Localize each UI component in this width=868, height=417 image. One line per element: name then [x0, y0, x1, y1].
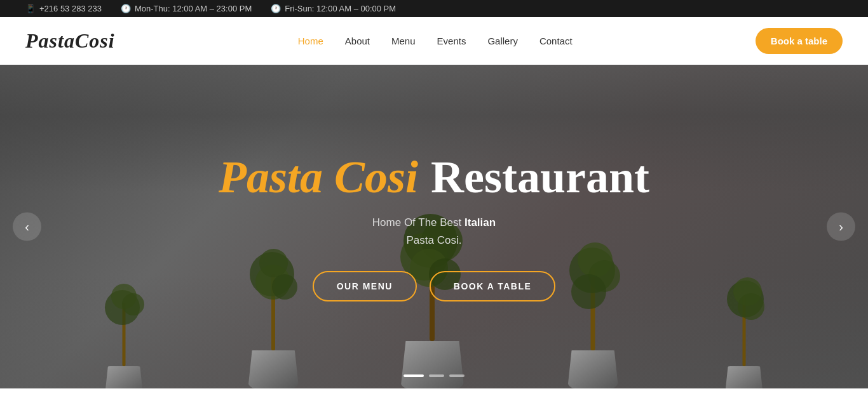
- hero-buttons: OUR MENU BOOK A TABLE: [219, 271, 649, 301]
- nav-link-home[interactable]: Home: [290, 32, 331, 50]
- nav-item-home[interactable]: Home: [290, 36, 331, 47]
- phone-icon: 📱: [25, 4, 36, 13]
- nav-links: Home About Menu Events Gallery Contact: [290, 36, 580, 47]
- nav-item-contact[interactable]: Contact: [532, 36, 580, 47]
- nav-item-gallery[interactable]: Gallery: [480, 36, 526, 47]
- hero-title-restaurant: Restaurant: [431, 152, 649, 202]
- hours2-text: Fri-Sun: 12:00 AM – 00:00 PM: [285, 4, 396, 13]
- book-table-hero-button[interactable]: BOOK A TABLE: [430, 271, 555, 301]
- hero-subtitle: Home Of The Best Italian Pasta Cosi.: [219, 214, 649, 248]
- clock-icon-2: 🕐: [271, 4, 281, 13]
- nav-link-gallery[interactable]: Gallery: [480, 32, 526, 50]
- carousel-dot-2[interactable]: [429, 374, 444, 377]
- hero-title-script: Pasta Cosi: [219, 152, 418, 202]
- our-menu-button[interactable]: OUR MENU: [313, 271, 417, 301]
- carousel-arrow-right[interactable]: ›: [827, 213, 855, 241]
- book-table-button[interactable]: Book a table: [756, 28, 843, 54]
- topbar-phone: 📱 +216 53 283 233: [25, 4, 102, 13]
- carousel-dot-1[interactable]: [403, 374, 424, 377]
- topbar: 📱 +216 53 283 233 🕐 Mon-Thu: 12:00 AM – …: [0, 0, 868, 17]
- nav-link-events[interactable]: Events: [430, 32, 474, 50]
- nav-link-about[interactable]: About: [337, 32, 377, 50]
- hero-subtitle-line1: Home Of The Best: [372, 216, 461, 228]
- nav-item-about[interactable]: About: [337, 36, 377, 47]
- hero-content: Pasta Cosi Restaurant Home Of The Best I…: [219, 152, 649, 301]
- nav-link-menu[interactable]: Menu: [384, 32, 423, 50]
- carousel-arrow-left[interactable]: ‹: [13, 213, 41, 241]
- carousel-dots: [403, 374, 465, 377]
- topbar-hours1: 🕐 Mon-Thu: 12:00 AM – 23:00 PM: [121, 4, 252, 13]
- hours1-text: Mon-Thu: 12:00 AM – 23:00 PM: [135, 4, 252, 13]
- nav-item-events[interactable]: Events: [430, 36, 474, 47]
- carousel-dot-3[interactable]: [449, 374, 465, 377]
- hero-section: Pasta Cosi Restaurant Home Of The Best I…: [0, 65, 868, 388]
- hero-subtitle-line2: Pasta Cosi.: [407, 234, 462, 246]
- clock-icon-1: 🕐: [121, 4, 131, 13]
- topbar-hours2: 🕐 Fri-Sun: 12:00 AM – 00:00 PM: [271, 4, 396, 13]
- nav-link-contact[interactable]: Contact: [532, 32, 580, 50]
- phone-text: +216 53 283 233: [39, 4, 102, 13]
- hero-subtitle-bold: Italian: [465, 216, 496, 228]
- hero-title: Pasta Cosi Restaurant: [219, 152, 649, 202]
- navbar: PastaCosi Home About Menu Events Gallery…: [0, 17, 868, 65]
- site-logo[interactable]: PastaCosi: [25, 29, 115, 53]
- nav-item-menu[interactable]: Menu: [384, 36, 423, 47]
